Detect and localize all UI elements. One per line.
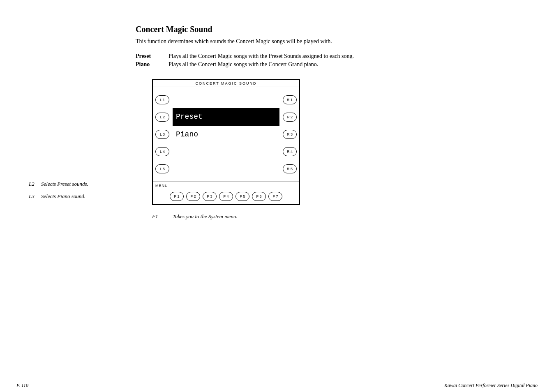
def-term-piano: Piano bbox=[136, 61, 169, 68]
f1-note: F1 Takes you to the System menu. bbox=[152, 213, 444, 220]
lcd-row-2: Preset bbox=[173, 108, 279, 126]
button-l5[interactable]: L 5 bbox=[155, 164, 169, 173]
button-f5[interactable]: F 5 bbox=[235, 192, 249, 201]
button-f2[interactable]: F 2 bbox=[186, 192, 200, 201]
button-f3[interactable]: F 3 bbox=[203, 192, 217, 201]
annotation-l3: L3 Selects Piano sound. bbox=[29, 193, 88, 200]
f-buttons-group: F 1 F 2 F 3 F 4 F 5 F 6 F 7 bbox=[153, 189, 299, 204]
lcd-display: CONCERT MAGIC SOUND L 1 L 2 L 3 L 4 L 5 … bbox=[152, 79, 300, 205]
button-l2[interactable]: L 2 bbox=[155, 113, 169, 122]
right-buttons-group: R 1 R 2 R 3 R 4 R 5 bbox=[280, 87, 299, 182]
button-l3[interactable]: L 3 bbox=[155, 130, 169, 139]
lcd-bottom: MENU F 1 F 2 F 3 F 4 F 5 F 6 F 7 bbox=[153, 182, 299, 204]
footer: P. 110 Kawai Concert Performer Series Di… bbox=[0, 379, 554, 392]
button-l4[interactable]: L 4 bbox=[155, 147, 169, 156]
lcd-content: Preset Piano bbox=[172, 87, 280, 182]
lcd-title: CONCERT MAGIC SOUND bbox=[153, 80, 299, 87]
lcd-row-4 bbox=[174, 143, 278, 161]
page-number: P. 110 bbox=[16, 383, 28, 389]
section-title: Concert Magic Sound bbox=[136, 25, 444, 34]
lcd-body: L 1 L 2 L 3 L 4 L 5 Preset Piano R 1 bbox=[153, 87, 299, 182]
annotation-l3-label: L3 bbox=[29, 193, 41, 200]
annotation-l2: L2 Selects Preset sounds. bbox=[29, 181, 88, 187]
def-desc-preset: Plays all the Concert Magic songs with t… bbox=[169, 53, 444, 60]
button-l1[interactable]: L 1 bbox=[155, 95, 169, 104]
lcd-screen: CONCERT MAGIC SOUND L 1 L 2 L 3 L 4 L 5 … bbox=[152, 79, 300, 205]
menu-bar: MENU bbox=[153, 182, 299, 189]
section-description: This function determines which sounds th… bbox=[136, 38, 444, 45]
button-f1[interactable]: F 1 bbox=[170, 192, 184, 201]
button-f7[interactable]: F 7 bbox=[268, 192, 282, 201]
annotation-l2-text: Selects Preset sounds. bbox=[41, 181, 88, 187]
def-desc-piano: Plays all the Concert Magic songs with t… bbox=[169, 61, 444, 68]
left-buttons-group: L 1 L 2 L 3 L 4 L 5 bbox=[153, 87, 172, 182]
f1-note-label: F1 bbox=[152, 213, 173, 220]
button-f6[interactable]: F 6 bbox=[252, 192, 266, 201]
brand-name: Kawai Concert Performer Series Digital P… bbox=[444, 383, 538, 389]
lcd-row-5 bbox=[174, 161, 278, 178]
annotation-l3-text: Selects Piano sound. bbox=[41, 193, 88, 200]
button-r1[interactable]: R 1 bbox=[283, 95, 297, 104]
button-f4[interactable]: F 4 bbox=[219, 192, 233, 201]
definition-table: Preset Plays all the Concert Magic songs… bbox=[136, 53, 444, 68]
lcd-row-3: Piano bbox=[174, 126, 278, 143]
annotation-l2-label: L2 bbox=[29, 181, 41, 187]
definition-row-preset: Preset Plays all the Concert Magic songs… bbox=[136, 53, 444, 60]
button-r2[interactable]: R 2 bbox=[283, 113, 297, 122]
lcd-row-1 bbox=[174, 90, 278, 108]
definition-row-piano: Piano Plays all the Concert Magic songs … bbox=[136, 61, 444, 68]
button-r4[interactable]: R 4 bbox=[283, 147, 297, 156]
f1-note-text: Takes you to the System menu. bbox=[173, 213, 238, 220]
def-term-preset: Preset bbox=[136, 53, 169, 60]
button-r5[interactable]: R 5 bbox=[283, 164, 297, 173]
annotations-panel: L2 Selects Preset sounds. L3 Selects Pia… bbox=[29, 181, 88, 205]
button-r3[interactable]: R 3 bbox=[283, 130, 297, 139]
